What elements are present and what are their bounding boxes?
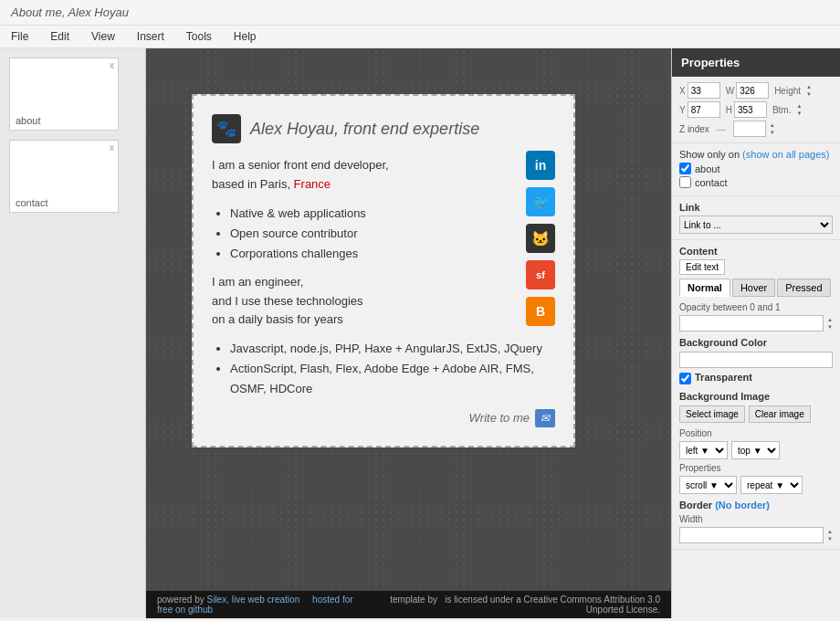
page-thumb-about[interactable]: x about <box>9 58 119 131</box>
width-row: ▲▼ <box>679 527 833 543</box>
contact-checkbox-label: contact <box>695 177 727 188</box>
page-thumb-contact[interactable]: x contact <box>9 140 119 213</box>
tabs-row: Normal Hover Pressed <box>679 279 833 297</box>
w-input[interactable] <box>736 82 769 99</box>
list-one: Native & web applications Open source co… <box>230 204 555 264</box>
mail-icon[interactable]: ✉ <box>535 409 555 427</box>
menu-edit[interactable]: Edit <box>47 28 73 45</box>
y-coord: Y <box>679 101 720 118</box>
title-bar: About me, Alex Hoyau <box>0 0 840 26</box>
width-label: Width <box>679 514 833 524</box>
menu-help[interactable]: Help <box>230 28 260 45</box>
x-input[interactable] <box>688 82 720 99</box>
list-item: Corporations challenges <box>230 244 555 264</box>
menu-file[interactable]: File <box>7 28 32 45</box>
tab-hover[interactable]: Hover <box>732 279 775 297</box>
y-input[interactable] <box>688 101 720 118</box>
paw-icon: 🐾 <box>212 114 241 143</box>
color-box[interactable] <box>679 352 833 368</box>
h-input[interactable] <box>734 101 767 118</box>
select-image-button[interactable]: Select image <box>679 405 745 423</box>
position-top-select[interactable]: top ▼ <box>731 441 780 459</box>
linkedin-icon[interactable]: in <box>526 151 555 180</box>
about-checkbox[interactable] <box>679 163 691 174</box>
contact-checkbox[interactable] <box>679 176 691 188</box>
github-icon[interactable]: 🐱 <box>526 224 555 253</box>
bg-image-label: Background Image <box>679 391 833 402</box>
opacity-input[interactable] <box>679 315 824 332</box>
page-contact-label: contact <box>16 197 47 208</box>
silex-link[interactable]: Silex, live web creation <box>206 595 299 605</box>
link-section: Link Link to ... <box>672 196 840 240</box>
menu-bar: File Edit View Insert Tools Help <box>0 26 840 48</box>
card-header: 🐾 Alex Hoyau, front end expertise <box>212 114 555 143</box>
menu-insert[interactable]: Insert <box>133 28 168 45</box>
menu-view[interactable]: View <box>88 28 119 45</box>
blogger-icon[interactable]: B <box>526 297 555 326</box>
zindex-spinner[interactable]: ▲▼ <box>770 121 775 136</box>
coords-row-1: X W Height ▲▼ <box>679 82 833 99</box>
border-section: Border (No border) Width ▲▼ <box>679 500 833 543</box>
contact-checkbox-row: contact <box>679 176 833 188</box>
btm-spinner[interactable]: ▲▼ <box>796 102 802 117</box>
content-label: Content <box>679 246 833 257</box>
tab-pressed[interactable]: Pressed <box>777 279 830 297</box>
social-icons: in 🐦 🐱 sf B <box>526 151 555 326</box>
zindex-row: Z index — ▲▼ <box>679 121 833 137</box>
write-me-text: Write to me <box>469 411 530 425</box>
about-checkbox-label: about <box>695 163 720 174</box>
position-label: Position <box>679 428 833 438</box>
properties-header: Properties <box>672 48 840 77</box>
show-only-section: Show only on (show on all pages) about c… <box>672 143 840 196</box>
show-all-pages-link[interactable]: (show on all pages) <box>742 149 829 160</box>
bg-props-selects: scroll ▼ repeat ▼ <box>679 476 833 494</box>
border-width-input[interactable] <box>679 527 824 543</box>
content-card[interactable]: 🐾 Alex Hoyau, front end expertise I am a… <box>192 94 575 447</box>
para2: I am an engineer, and I use these techno… <box>212 273 555 330</box>
transparent-label: Transparent <box>695 372 752 383</box>
bg-repeat-select[interactable]: repeat ▼ <box>740 476 803 494</box>
border-width-spinner[interactable]: ▲▼ <box>827 528 833 542</box>
list-two: Javascript, node.js, PHP, Haxe + Angular… <box>230 339 555 399</box>
link-select[interactable]: Link to ... <box>679 216 833 234</box>
opacity-label: Opacity between 0 and 1 <box>679 302 833 312</box>
canvas-area: 🐾 Alex Hoyau, front end expertise I am a… <box>146 48 671 618</box>
h-coord: H <box>726 101 767 118</box>
left-sidebar: x about x contact <box>0 48 146 618</box>
bg-scroll-select[interactable]: scroll ▼ <box>679 476 737 494</box>
bg-image-buttons: Select image Clear image <box>679 405 833 423</box>
bg-props-label: Properties <box>679 463 833 473</box>
twitter-icon[interactable]: 🐦 <box>526 187 555 216</box>
no-border-link[interactable]: (No border) <box>715 500 770 510</box>
intro-text: I am a senior front end developer, based… <box>212 156 555 195</box>
tab-normal[interactable]: Normal <box>679 279 730 297</box>
list-item: Javascript, node.js, PHP, Haxe + Angular… <box>230 339 555 359</box>
app-title: About me, Alex Hoyau <box>11 5 129 19</box>
main-layout: x about x contact 🐾 Alex Hoyau, front en… <box>0 48 840 618</box>
zindex-input[interactable] <box>733 121 766 137</box>
page-about-label: about <box>16 115 41 126</box>
edit-text-button[interactable]: Edit text <box>679 259 725 275</box>
transparent-row: Transparent <box>679 372 833 385</box>
opacity-spinner[interactable]: ▲▼ <box>827 316 833 331</box>
x-coord: X <box>679 82 720 99</box>
close-about-icon[interactable]: x <box>110 60 114 70</box>
height-spinner[interactable]: ▲▼ <box>806 83 812 98</box>
transparent-checkbox[interactable] <box>679 373 691 384</box>
clear-image-button[interactable]: Clear image <box>749 405 811 423</box>
border-label: Border (No border) <box>679 500 833 510</box>
sourceforge-icon[interactable]: sf <box>526 260 555 289</box>
footer-bar: powered by Silex, live web creation host… <box>146 591 671 618</box>
menu-tools[interactable]: Tools <box>183 28 215 45</box>
content-section: Content Edit text Normal Hover Pressed O… <box>672 240 840 550</box>
footer-right: template by is licensed under a Creative… <box>370 595 660 615</box>
list-item: ActionScript, Flash, Flex, Adobe Edge + … <box>230 359 555 399</box>
bg-color-label: Background Color <box>679 337 833 348</box>
footer-left: powered by Silex, live web creation host… <box>157 595 370 615</box>
close-contact-icon[interactable]: x <box>110 142 114 153</box>
position-left-select[interactable]: left ▼ <box>679 441 728 459</box>
right-panel: Properties X W Height ▲▼ Y <box>671 48 840 618</box>
list-item: Native & web applications <box>230 204 555 224</box>
w-coord: W <box>726 82 769 99</box>
show-only-label: Show only on (show on all pages) <box>679 149 833 160</box>
